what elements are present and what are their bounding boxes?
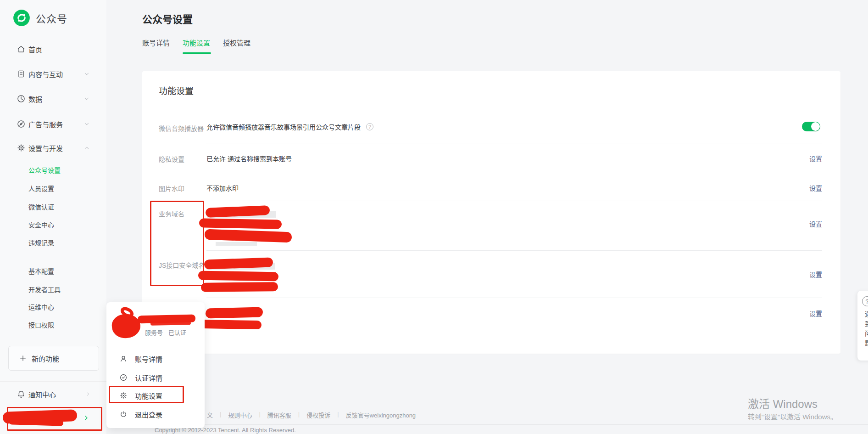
toggle-knob [811, 122, 820, 131]
person-icon [119, 355, 128, 363]
sidebar-subitem-label: 开发者工具 [28, 285, 61, 294]
footer-link-rules[interactable]: 规则中心 [228, 411, 252, 419]
question-icon: ? [862, 296, 868, 306]
page-title: 公众号设置 [142, 11, 193, 26]
sidebar-item-settings-dev[interactable]: 设置与开发 [0, 135, 106, 160]
row-divider [206, 298, 822, 298]
popup-item-label: 退出登录 [135, 410, 162, 419]
row-desc-audio-player: 允许微信音频播放器音乐故事场景引用公众号文章片段 ? [206, 122, 373, 131]
bell-icon [17, 389, 26, 399]
sidebar-subitem-label: 基本配置 [28, 266, 54, 276]
sidebar-subitem-label: 接口权限 [28, 320, 54, 329]
row-divider [206, 250, 822, 251]
content-icon [17, 69, 26, 79]
annotation-box-domain-labels [150, 201, 204, 286]
tab-account-details[interactable]: 账号详情 [142, 38, 170, 53]
gear-icon [17, 143, 26, 152]
footer-separator: | [220, 411, 221, 419]
ads-icon [17, 119, 26, 129]
redaction-scribble [206, 307, 263, 318]
account-popup-menu: 服务号 已认证 账号详情 认证详情 功能设置 退出登录 [106, 302, 205, 428]
chevron-down-icon [83, 71, 90, 77]
footer-link-feedback[interactable]: 反馈官号weixingongzhong [346, 411, 416, 419]
row-label-audio-player: 微信音频播放器 [159, 124, 204, 133]
sidebar-subitem-wechat-verify[interactable]: 微信认证 [0, 197, 106, 216]
footer-link-complaint[interactable]: 侵权投诉 [306, 411, 330, 419]
hidden-row-settings-link[interactable]: 设置 [809, 309, 822, 318]
popup-item-account-details[interactable]: 账号详情 [106, 349, 205, 368]
chevron-right-icon [85, 391, 91, 397]
audio-desc-text: 允许微信音频播放器音乐故事场景引用公众号文章片段 [206, 122, 361, 131]
sidebar-subitem-violation-records[interactable]: 违规记录 [0, 233, 106, 252]
row-label-privacy: 隐私设置 [159, 154, 184, 163]
plus-icon [19, 354, 27, 362]
chevron-down-icon [83, 121, 90, 127]
account-type-badge: 服务号 [145, 328, 163, 337]
sidebar-subitem-account-settings[interactable]: 公众号设置 [0, 161, 106, 179]
tab-label: 功能设置 [183, 39, 210, 47]
sidebar-item-label: 首页 [28, 45, 42, 54]
privacy-settings-link[interactable]: 设置 [809, 154, 822, 163]
verified-badge: 已认证 [168, 328, 186, 337]
row-label-watermark: 图片水印 [159, 184, 184, 193]
sidebar-subitem-label: 安全中心 [28, 220, 54, 229]
sidebar-subitem-basic-config[interactable]: 基本配置 [0, 262, 106, 280]
business-domain-settings-link[interactable]: 设置 [809, 219, 822, 228]
popup-item-verification-details[interactable]: 认证详情 [106, 368, 205, 387]
new-feature-button[interactable]: 新的功能 [8, 346, 99, 371]
row-value-watermark: 不添加水印 [206, 183, 239, 192]
help-icon[interactable]: ? [366, 123, 373, 130]
sidebar-subitem-label: 违规记录 [28, 238, 54, 247]
popup-item-label: 认证详情 [135, 373, 162, 383]
sidebar-item-data[interactable]: 数据 [0, 86, 106, 111]
footer-separator: | [259, 411, 260, 419]
sidebar-item-label: 广告与服务 [28, 119, 63, 129]
sidebar-subitem-ops-center[interactable]: 运维中心 [0, 298, 106, 316]
sidebar-subitem-api-permissions[interactable]: 接口权限 [0, 316, 106, 334]
account-type-row: 服务号 已认证 [145, 328, 186, 337]
redaction-scribble-name [150, 321, 191, 326]
data-icon [17, 94, 26, 103]
sidebar-item-label: 数据 [28, 94, 42, 104]
row-value-privacy: 已允许 通过名称搜索到本账号 [206, 154, 292, 163]
help-widget-label: 遇到问题 [863, 311, 868, 349]
sidebar-subitem-developer-tools[interactable]: 开发者工具 [0, 280, 106, 299]
redaction-scribble [198, 271, 278, 281]
home-icon [17, 45, 26, 54]
help-widget[interactable]: ? 遇到问题 [857, 291, 868, 361]
sidebar: 公众号 首页 内容与互动 数据 广告与服务 [0, 0, 106, 434]
tab-feature-settings[interactable]: 功能设置 [183, 38, 210, 53]
windows-activation-title: 激活 Windows [748, 395, 818, 411]
footer-link-partial[interactable]: 义 [207, 411, 213, 419]
chevron-down-icon [83, 96, 90, 102]
sidebar-subitem-label: 运维中心 [28, 302, 54, 311]
sidebar-subitem-label: 人员设置 [28, 184, 54, 193]
audio-toggle[interactable] [802, 122, 820, 131]
chevron-up-icon [83, 145, 90, 151]
tab-authorization[interactable]: 授权管理 [223, 38, 250, 53]
sidebar-item-label: 内容与互动 [28, 69, 63, 79]
check-circle-icon [119, 373, 128, 382]
sidebar-subitem-security-center[interactable]: 安全中心 [0, 215, 106, 234]
footer-separator: | [337, 411, 339, 419]
js-domain-settings-link[interactable]: 设置 [809, 270, 822, 279]
sidebar-item-home[interactable]: 首页 [0, 37, 106, 62]
row-divider [206, 143, 822, 143]
sidebar-item-content[interactable]: 内容与互动 [0, 62, 106, 86]
popup-item-logout[interactable]: 退出登录 [106, 405, 205, 423]
sidebar-sub-divider [28, 257, 98, 257]
header-divider [106, 54, 868, 54]
power-icon [119, 410, 128, 418]
watermark-settings-link[interactable]: 设置 [809, 183, 822, 192]
redacted-value-placeholder [216, 242, 257, 246]
footer-link-support[interactable]: 腾讯客服 [267, 411, 291, 419]
sidebar-subitem-staff-settings[interactable]: 人员设置 [0, 179, 106, 197]
sidebar-item-label: 设置与开发 [28, 143, 63, 153]
tab-label: 账号详情 [142, 39, 170, 47]
redaction-scribble [201, 282, 278, 292]
brand-logo: 公众号 [13, 9, 67, 27]
sidebar-item-notifications[interactable]: 通知中心 [0, 385, 106, 403]
sidebar-item-ads[interactable]: 广告与服务 [0, 112, 106, 136]
row-divider [206, 172, 822, 172]
annotation-box-account [7, 407, 102, 431]
